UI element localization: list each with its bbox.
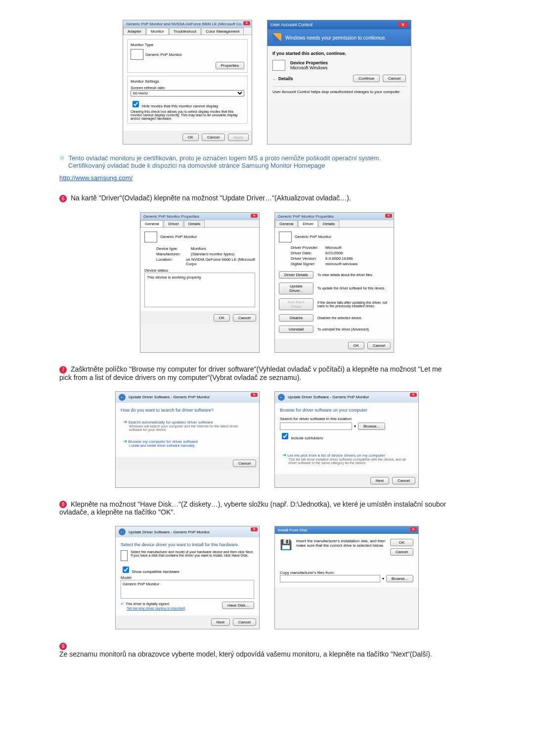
close-icon[interactable]: ✕ bbox=[410, 527, 417, 531]
refresh-select[interactable]: 60 Hertz bbox=[131, 90, 244, 96]
dialog-title: Install From Disk bbox=[275, 526, 418, 534]
note-line2: Certifikovaný ovladač bude k dispozici n… bbox=[68, 162, 325, 169]
option-desc: This list will show installed driver sof… bbox=[288, 458, 411, 465]
monitor-settings-label: Monitor Settings bbox=[131, 79, 244, 84]
update-driver-button[interactable]: Update Driver... bbox=[279, 283, 313, 294]
cancel-button[interactable]: Cancel bbox=[390, 548, 413, 556]
compat-checkbox[interactable] bbox=[123, 567, 129, 573]
tab-details[interactable]: Details bbox=[318, 220, 339, 227]
date-label: Driver Date: bbox=[291, 251, 325, 255]
date-value: 6/21/2006 bbox=[325, 251, 343, 255]
apply-button[interactable]: Apply bbox=[228, 134, 249, 141]
dialog-title: Generic PnP Monitor Properties bbox=[140, 213, 259, 220]
install-from-disk-dialog: Install From Disk ✕ 💾 Insert the manufac… bbox=[274, 526, 419, 629]
monitor-icon bbox=[121, 550, 128, 561]
disable-button[interactable]: Disable bbox=[279, 314, 313, 322]
rollback-button[interactable]: Roll Back Driver bbox=[279, 298, 313, 310]
close-icon[interactable]: ✕ bbox=[398, 22, 408, 27]
ok-button[interactable]: OK bbox=[182, 134, 199, 141]
have-disk-button[interactable]: Have Disk... bbox=[222, 602, 254, 609]
step-9-badge: 9 bbox=[59, 643, 67, 650]
driver-details-button[interactable]: Driver Details bbox=[279, 271, 313, 279]
select-driver-wizard: ✕ ← Update Driver Software - Generic PnP… bbox=[115, 526, 260, 629]
tab-monitor[interactable]: Monitor bbox=[146, 28, 169, 35]
option-search-auto[interactable]: ➜ Search automatically for updated drive… bbox=[121, 417, 254, 434]
tab-general[interactable]: General bbox=[275, 220, 298, 227]
cancel-button[interactable]: Cancel bbox=[202, 134, 225, 141]
cancel-button[interactable]: Cancel bbox=[392, 477, 415, 484]
option-desc: Locate and install driver software manua… bbox=[129, 444, 252, 447]
close-icon[interactable]: ✕ bbox=[410, 393, 417, 397]
update-driver-wizard-2: ✕ ← Update Driver Software - Generic PnP… bbox=[274, 391, 419, 488]
close-icon[interactable]: ✕ bbox=[251, 527, 258, 531]
continue-button[interactable]: Continue bbox=[353, 75, 380, 82]
wizard-heading: Select the device driver you want to ins… bbox=[121, 542, 254, 547]
step-7-badge: 7 bbox=[59, 366, 67, 374]
cancel-button[interactable]: Cancel bbox=[383, 75, 406, 82]
cancel-button[interactable]: Cancel bbox=[233, 460, 256, 467]
device-type-label: Device type: bbox=[156, 246, 191, 251]
tab-general[interactable]: General bbox=[140, 220, 163, 227]
ok-button[interactable]: OK bbox=[390, 539, 413, 546]
tab-details[interactable]: Details bbox=[184, 220, 205, 227]
hide-modes-checkbox[interactable] bbox=[133, 101, 139, 107]
ok-button[interactable]: OK bbox=[348, 342, 365, 349]
browse-button[interactable]: Browse... bbox=[386, 575, 413, 582]
dropdown-icon[interactable]: ▾ bbox=[382, 576, 384, 581]
close-icon[interactable]: ✕ bbox=[243, 21, 250, 25]
monitor-type-label: Monitor Type bbox=[131, 43, 244, 47]
arrow-icon: ➜ bbox=[123, 419, 127, 425]
wizard-heading: How do you want to search for driver sof… bbox=[121, 408, 254, 413]
device-type-value: Monitors bbox=[191, 246, 206, 251]
close-icon[interactable]: ✕ bbox=[251, 214, 258, 218]
ok-button[interactable]: OK bbox=[214, 314, 230, 322]
browse-button[interactable]: Browse... bbox=[358, 423, 385, 430]
close-icon[interactable]: ✕ bbox=[385, 214, 392, 218]
tab-driver[interactable]: Driver bbox=[298, 220, 317, 227]
rollback-desc: If the device fails after updating the d… bbox=[317, 301, 390, 308]
wizard-desc: Select the manufacturer and model of you… bbox=[131, 550, 254, 561]
arrow-icon: ➜ bbox=[282, 452, 286, 458]
tab-driver[interactable]: Driver bbox=[164, 220, 183, 227]
step-6-badge: 6 bbox=[59, 195, 67, 202]
dropdown-icon[interactable]: ▾ bbox=[354, 424, 356, 428]
chevron-down-icon[interactable]: ⌄ bbox=[272, 76, 276, 81]
samsung-link[interactable]: http://www.samsung.com/ bbox=[59, 174, 524, 182]
next-button[interactable]: Next bbox=[211, 618, 230, 626]
pnp-properties-driver: Generic PnP Monitor Properties ✕ General… bbox=[274, 212, 394, 353]
disk-icon: 💾 bbox=[280, 539, 292, 556]
back-icon[interactable]: ← bbox=[278, 394, 285, 401]
tab-color[interactable]: Color Management bbox=[201, 28, 244, 35]
uac-details[interactable]: Details bbox=[278, 76, 293, 81]
cancel-button[interactable]: Cancel bbox=[367, 342, 391, 349]
copy-from-label: Copy manufacturer's files from: bbox=[280, 570, 413, 575]
cancel-button[interactable]: Cancel bbox=[233, 618, 256, 626]
hide-modes-desc: Clearing this check box allows you to se… bbox=[131, 110, 244, 120]
include-subfolders-checkbox[interactable] bbox=[282, 433, 288, 439]
model-listbox[interactable]: Generic PnP Monitor bbox=[121, 580, 254, 599]
program-icon bbox=[272, 60, 285, 71]
signed-icon: ✔ bbox=[121, 602, 124, 606]
next-button[interactable]: Next bbox=[370, 477, 389, 484]
back-icon[interactable]: ← bbox=[119, 528, 126, 535]
tab-adapter[interactable]: Adapter bbox=[123, 28, 146, 35]
signer-label: Digital Signer: bbox=[291, 262, 325, 266]
option-title: Let me pick from a list of device driver… bbox=[287, 453, 385, 458]
close-icon[interactable]: ✕ bbox=[251, 393, 258, 397]
cancel-button[interactable]: Cancel bbox=[233, 314, 256, 322]
wizard-breadcrumb: Update Driver Software - Generic PnP Mon… bbox=[288, 395, 369, 399]
model-label: Model bbox=[121, 575, 254, 580]
signer-value: microsoft windows bbox=[325, 262, 357, 266]
properties-button[interactable]: Properties bbox=[216, 62, 244, 69]
back-icon[interactable]: ← bbox=[119, 394, 126, 401]
option-browse[interactable]: ➜ Browse my computer for driver software… bbox=[121, 436, 254, 450]
option-pick-from-list[interactable]: ➜ Let me pick from a list of device driv… bbox=[280, 450, 413, 467]
signing-link[interactable]: Tell me why driver signing is important bbox=[127, 607, 185, 610]
copy-path-input[interactable] bbox=[280, 575, 380, 582]
version-value: 6.0.6000.16386 bbox=[325, 256, 353, 261]
path-input[interactable] bbox=[280, 423, 352, 430]
uninstall-button[interactable]: Uninstall bbox=[279, 326, 313, 333]
tab-troubleshoot[interactable]: Troubleshoot bbox=[169, 28, 201, 35]
model-item[interactable]: Generic PnP Monitor bbox=[123, 582, 159, 586]
version-label: Driver Version: bbox=[291, 256, 325, 261]
